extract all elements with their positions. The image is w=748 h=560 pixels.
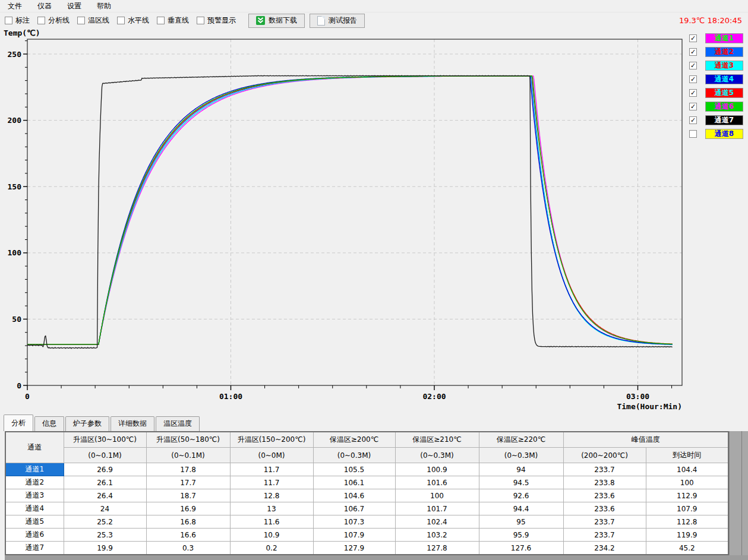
toolbar-check-label: 预警显示 — [207, 15, 236, 26]
svg-text:Time(Hour:Min): Time(Hour:Min) — [617, 402, 682, 411]
channel-cell-2[interactable]: 通道2 — [5, 476, 64, 489]
col-header-6: 保温区≥210℃ — [395, 432, 479, 448]
checkbox-icon[interactable] — [5, 17, 12, 24]
value-cell: 233.7 — [563, 463, 646, 476]
svg-text:150: 150 — [8, 182, 22, 191]
table-row-通道4: 通道42416.913106.7101.794.4233.6107.9 — [5, 502, 728, 515]
svg-text:0: 0 — [25, 392, 30, 401]
toolbar-check-5[interactable]: 垂直线 — [157, 15, 189, 26]
channel-legend: ✓通道1✓通道2✓通道3✓通道4✓通道5✓通道6✓通道7通道8 — [683, 29, 748, 385]
toolbar-check-label: 水平线 — [128, 15, 149, 26]
temperature-chart[interactable]: 050100150200250001:0002:0003:00Temp(℃)Ti… — [0, 28, 748, 416]
test-report-button[interactable]: 测试报告 — [310, 14, 365, 28]
channel-cell-6[interactable]: 通道6 — [5, 529, 64, 542]
value-cell: 92.6 — [479, 489, 563, 502]
legend-item-1: ✓通道1 — [683, 33, 743, 43]
legend-swatch-8: 通道8 — [705, 129, 743, 139]
value-cell: 94.5 — [479, 476, 563, 489]
data-download-button[interactable]: 数据下载 — [248, 14, 305, 28]
legend-checkbox-4[interactable]: ✓ — [689, 75, 697, 83]
report-icon — [317, 16, 325, 26]
value-cell: 127.9 — [313, 542, 395, 555]
value-cell: 18.7 — [146, 489, 230, 502]
channel-cell-4[interactable]: 通道4 — [5, 502, 64, 515]
menu-item-1[interactable]: 文件 — [0, 0, 30, 13]
checkbox-icon[interactable] — [117, 17, 125, 24]
value-cell: 10.9 — [230, 529, 313, 542]
value-cell: 106.7 — [313, 502, 395, 515]
toolbar-check-label: 温区线 — [88, 15, 109, 26]
value-cell: 233.8 — [563, 476, 646, 489]
channel-cell-1[interactable]: 通道1 — [5, 463, 64, 476]
value-cell: 94 — [479, 463, 563, 476]
value-cell: 112.9 — [646, 489, 728, 502]
svg-text:250: 250 — [8, 50, 22, 59]
value-cell: 95 — [479, 515, 563, 529]
value-cell: 45.2 — [646, 542, 728, 555]
col-header-3: 升温区(50~180℃) — [146, 432, 230, 448]
tab-1[interactable]: 分析 — [4, 415, 33, 431]
menu-item-4[interactable]: 帮助 — [89, 0, 119, 13]
value-cell: 11.7 — [230, 476, 313, 489]
toolbar-check-label: 标注 — [15, 15, 30, 26]
value-cell: 26.1 — [64, 476, 146, 489]
value-cell: 234.2 — [563, 542, 646, 555]
tab-3[interactable]: 炉子参数 — [65, 416, 109, 431]
tab-2[interactable]: 信息 — [34, 416, 64, 431]
table-right-gutter — [729, 431, 748, 560]
tab-4[interactable]: 详细数据 — [111, 416, 154, 431]
checkbox-icon[interactable] — [157, 17, 165, 24]
toolbar-check-6[interactable]: 预警显示 — [197, 15, 236, 26]
channel-cell-7[interactable]: 通道7 — [5, 542, 64, 555]
col-subheader-5: (0~0.3M) — [313, 448, 395, 463]
value-cell: 17.7 — [146, 476, 230, 489]
menu-item-3[interactable]: 设置 — [59, 0, 89, 13]
channel-cell-5[interactable]: 通道5 — [5, 515, 64, 529]
value-cell: 24 — [64, 502, 146, 515]
value-cell: 16.8 — [146, 515, 230, 529]
legend-checkbox-3[interactable]: ✓ — [689, 62, 697, 69]
menu-item-2[interactable]: 仪器 — [30, 0, 59, 13]
toolbar-check-4[interactable]: 水平线 — [117, 15, 149, 26]
channel-cell-3[interactable]: 通道3 — [5, 489, 64, 502]
svg-text:01:00: 01:00 — [219, 392, 242, 401]
tab-5[interactable]: 温区温度 — [156, 416, 200, 431]
value-cell: 233.7 — [563, 515, 646, 529]
legend-item-7: ✓通道7 — [683, 115, 743, 125]
legend-checkbox-6[interactable]: ✓ — [689, 103, 697, 110]
table-bottom-scrollbar[interactable] — [5, 555, 748, 560]
value-cell: 95.9 — [479, 529, 563, 542]
legend-swatch-3: 通道3 — [705, 61, 743, 71]
legend-item-2: ✓通道2 — [683, 46, 743, 57]
menu-bar: 文件仪器设置帮助 — [0, 0, 748, 12]
analysis-tabbar: 分析信息炉子参数详细数据温区温度 — [0, 415, 748, 431]
legend-checkbox-8[interactable] — [689, 130, 697, 138]
value-cell: 104.4 — [646, 463, 728, 476]
legend-swatch-5: 通道5 — [705, 88, 743, 98]
toolbar-check-2[interactable]: 分析线 — [37, 15, 70, 26]
value-cell: 103.2 — [395, 529, 479, 542]
legend-checkbox-5[interactable]: ✓ — [689, 89, 697, 97]
checkbox-icon[interactable] — [37, 17, 45, 24]
value-cell: 94.4 — [479, 502, 563, 515]
svg-text:02:00: 02:00 — [422, 392, 446, 401]
value-cell: 107.9 — [313, 529, 395, 542]
value-cell: 127.6 — [479, 542, 563, 555]
value-cell: 16.6 — [146, 529, 230, 542]
legend-checkbox-2[interactable]: ✓ — [689, 48, 697, 56]
legend-checkbox-1[interactable]: ✓ — [689, 34, 697, 42]
toolbar-check-1[interactable]: 标注 — [5, 15, 30, 26]
value-cell: 112.8 — [646, 515, 728, 529]
value-cell: 26.4 — [64, 489, 146, 502]
value-cell: 107.3 — [313, 515, 395, 529]
legend-checkbox-7[interactable]: ✓ — [689, 116, 697, 124]
value-cell: 101.7 — [395, 502, 479, 515]
checkbox-icon[interactable] — [197, 17, 204, 24]
checkbox-icon[interactable] — [77, 17, 85, 24]
table-row-通道7: 通道719.90.30.2127.9127.8127.6234.245.2 — [5, 542, 728, 555]
value-cell: 106.1 — [313, 476, 395, 489]
legend-swatch-6: 通道6 — [705, 102, 743, 112]
svg-text:0: 0 — [17, 381, 21, 390]
col-header-2: 升温区(30~100℃) — [64, 432, 146, 448]
toolbar-check-3[interactable]: 温区线 — [77, 15, 109, 26]
